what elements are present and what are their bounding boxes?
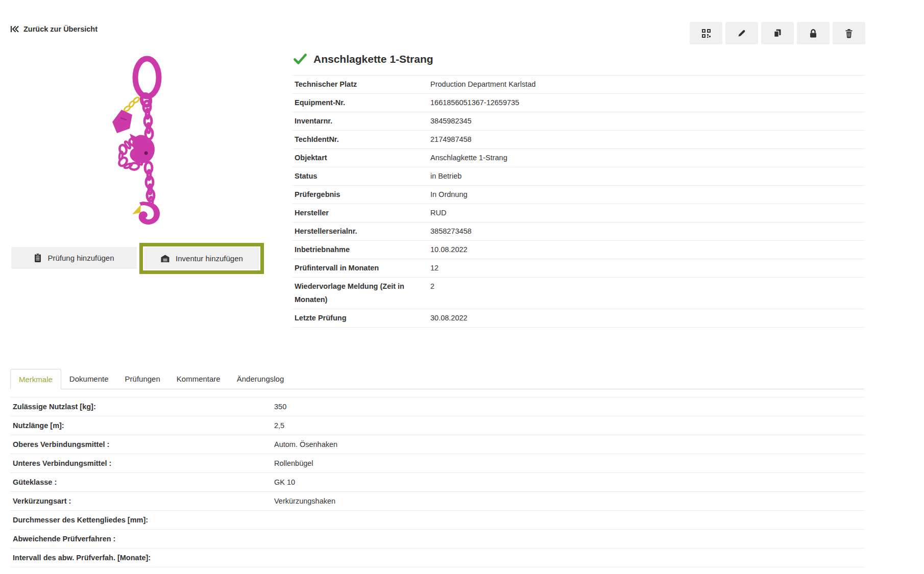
- attr-row: Abweichende Prüfverfahren :: [10, 530, 864, 548]
- detail-value: 2: [430, 280, 864, 293]
- tab-merkmale[interactable]: Merkmale: [10, 369, 61, 389]
- add-inspection-button[interactable]: Prüfung hinzufügen: [11, 247, 137, 269]
- attr-label: Nutzlänge [m]:: [13, 419, 274, 432]
- page-title: Anschlagkette 1-Strang: [313, 53, 433, 65]
- detail-value: 3845982345: [430, 114, 864, 128]
- delete-button[interactable]: [833, 22, 865, 44]
- tab-anderungslog[interactable]: Änderungslog: [229, 369, 293, 389]
- detail-value: RUD: [430, 206, 864, 219]
- detail-label: Prüfintervall in Monaten: [295, 261, 430, 274]
- attribute-table: Zulässige Nutzlast [kg]:350Nutzlänge [m]…: [10, 397, 864, 567]
- detail-value: 1661856051367-12659735: [430, 96, 864, 109]
- detail-label: TechIdentNr.: [295, 133, 430, 146]
- detail-value: 2174987458: [430, 133, 864, 146]
- attr-label: Intervall des abw. Prüfverfah. [Monate]:: [13, 551, 274, 564]
- attr-value: 350: [274, 400, 864, 413]
- detail-label: Technischer Platz: [295, 78, 430, 91]
- detail-label: Prüfergebnis: [295, 188, 430, 201]
- detail-row: PrüfergebnisIn Ordnung: [293, 186, 864, 204]
- copy-icon: [773, 29, 782, 38]
- edit-button[interactable]: [725, 22, 758, 44]
- detail-row: Wiedervorlage Meldung (Zeit in Monaten)2: [293, 278, 864, 309]
- attr-label: Unteres Verbindungsmittel :: [13, 457, 274, 470]
- detail-row: Letzte Prüfung30.08.2022: [293, 309, 864, 327]
- detail-row: TechIdentNr.2174987458: [293, 131, 864, 149]
- detail-value: 10.08.2022: [430, 243, 864, 256]
- attr-row: Oberes Verbindungsmittel :Autom. Ösenhak…: [10, 435, 864, 454]
- detail-row: Equipment-Nr.1661856051367-12659735: [293, 94, 864, 112]
- add-inventory-button[interactable]: Inventur hinzufügen: [144, 247, 259, 269]
- detail-label: Inbetriebnahme: [295, 243, 430, 256]
- tab-bar: MerkmaleDokumentePrüfungenKommentareÄnde…: [10, 369, 864, 389]
- detail-row: ObjektartAnschlagkette 1-Strang: [293, 149, 864, 167]
- detail-label: Status: [295, 169, 430, 183]
- attr-row: Intervall des abw. Prüfverfah. [Monate]:: [10, 548, 864, 567]
- detail-row: HerstellerRUD: [293, 204, 864, 222]
- tab-dokumente[interactable]: Dokumente: [61, 369, 117, 389]
- pencil-icon: [737, 29, 746, 38]
- attr-label: Oberes Verbindungsmittel :: [13, 438, 274, 451]
- highlight-box: Inventur hinzufügen: [139, 243, 264, 274]
- add-inventory-label: Inventur hinzufügen: [176, 254, 243, 263]
- back-link[interactable]: Zurück zur Übersicht: [10, 25, 98, 33]
- detail-row: Technischer PlatzProduction Department K…: [293, 76, 864, 94]
- detail-row: Statusin Betrieb: [293, 167, 864, 186]
- clipboard-icon: [34, 253, 42, 263]
- detail-label: Wiedervorlage Meldung (Zeit in Monaten): [295, 280, 430, 306]
- back-icon: [10, 25, 19, 33]
- back-label: Zurück zur Übersicht: [23, 25, 98, 33]
- detail-panel: Anschlagkette 1-Strang Technischer Platz…: [293, 51, 864, 328]
- attr-label: Zulässige Nutzlast [kg]:: [13, 400, 274, 413]
- trash-icon: [844, 29, 854, 38]
- detail-row: Inbetriebnahme10.08.2022: [293, 241, 864, 259]
- attr-row: Verkürzungsart :Verkürzungshaken: [10, 492, 864, 511]
- inventory-garage-icon: [160, 254, 170, 263]
- detail-label: Inventarnr.: [295, 114, 430, 128]
- lock-icon: [809, 29, 818, 38]
- lock-button[interactable]: [797, 22, 830, 44]
- title-row: Anschlagkette 1-Strang: [293, 51, 864, 67]
- detail-value: in Betrieb: [430, 169, 864, 183]
- detail-table: Technischer PlatzProduction Department K…: [293, 75, 864, 328]
- equipment-detail-page: Zurück zur Übersicht: [0, 0, 924, 574]
- detail-value: Anschlagkette 1-Strang: [430, 151, 864, 164]
- detail-value: 12: [430, 261, 864, 274]
- attr-label: Abweichende Prüfverfahren :: [13, 532, 274, 545]
- attr-value: 2,5: [274, 419, 864, 432]
- product-image: [108, 53, 172, 226]
- detail-value: Production Department Karlstad: [430, 78, 864, 91]
- attr-value: Verkürzungshaken: [274, 494, 864, 508]
- detail-value: 3858273458: [430, 224, 864, 238]
- attr-row: Zulässige Nutzlast [kg]:350: [10, 397, 864, 416]
- attr-row: Unteres Verbindungsmittel :Rollenbügel: [10, 454, 864, 473]
- detail-label: Hersteller: [295, 206, 430, 219]
- attr-row: Durchmesser des Kettengliedes [mm]:: [10, 511, 864, 530]
- copy-button[interactable]: [761, 22, 794, 44]
- detail-label: Letzte Prüfung: [295, 311, 430, 325]
- tab-kommentare[interactable]: Kommentare: [168, 369, 229, 389]
- add-inspection-label: Prüfung hinzufügen: [47, 254, 114, 262]
- attr-value: GK 10: [274, 476, 864, 489]
- attr-row: Nutzlänge [m]:2,5: [10, 416, 864, 435]
- detail-row: Prüfintervall in Monaten12: [293, 259, 864, 278]
- detail-value: 30.08.2022: [430, 311, 864, 325]
- detail-value: In Ordnung: [430, 188, 864, 201]
- detail-label: Herstellerserialnr.: [295, 224, 430, 238]
- chain-illustration: [108, 53, 172, 226]
- attr-label: Verkürzungsart :: [13, 494, 274, 508]
- detail-row: Herstellerserialnr.3858273458: [293, 222, 864, 241]
- attr-label: Durchmesser des Kettengliedes [mm]:: [13, 513, 274, 527]
- attr-row: Güteklasse :GK 10: [10, 473, 864, 492]
- tab-prufungen[interactable]: Prüfungen: [117, 369, 168, 389]
- attr-value: Rollenbügel: [274, 457, 864, 470]
- qr-code-icon: [701, 29, 711, 38]
- detail-label: Objektart: [295, 151, 430, 164]
- attr-label: Güteklasse :: [13, 476, 274, 489]
- detail-label: Equipment-Nr.: [295, 96, 430, 109]
- detail-row: Inventarnr.3845982345: [293, 112, 864, 131]
- status-ok-icon: [294, 54, 307, 65]
- toolbar: [690, 22, 865, 44]
- qr-code-button[interactable]: [690, 22, 722, 44]
- attr-value: Autom. Ösenhaken: [274, 438, 864, 451]
